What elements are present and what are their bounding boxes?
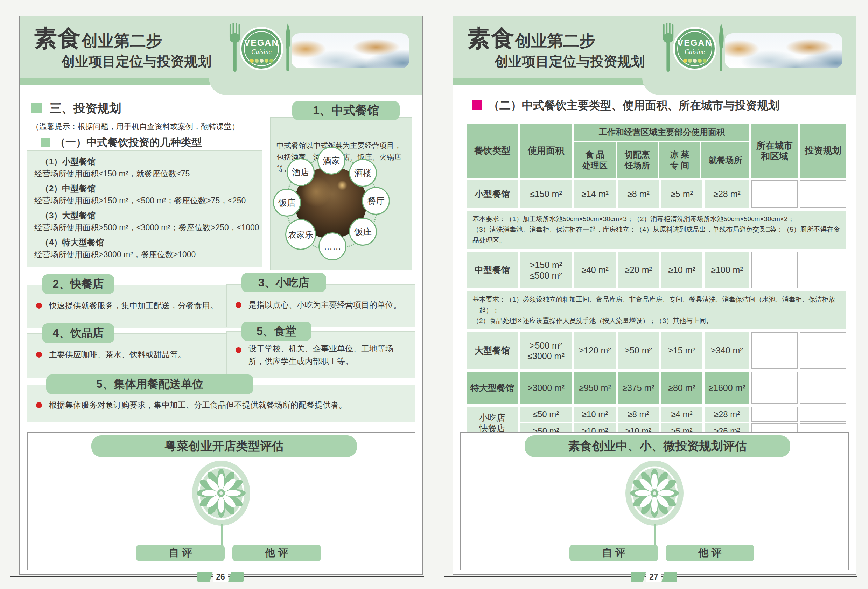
cell-value: ≥15 m² [661, 332, 703, 369]
cell-city-blank[interactable] [751, 180, 798, 208]
table-subrow: ≤50 m² ≥10 m² ≥8 m² ≥4 m² ≥28 m² [520, 407, 846, 422]
peer-eval-label: 他 评 [232, 545, 321, 561]
cell-value: ≥120 m² [574, 332, 616, 369]
page-subtitle: 创业项目定位与投资规划 [495, 52, 645, 71]
cell-type: 大型餐馆 [467, 332, 518, 369]
bubble-fanzhuang: 饭庄 [349, 218, 377, 246]
cell-type: 小型餐馆 [467, 180, 518, 208]
cell-invest-blank[interactable] [800, 252, 846, 288]
rosette-flower-icon [625, 460, 684, 526]
red-dot-icon [236, 302, 242, 308]
value: ≤500 m² [530, 270, 562, 280]
subsection-title: （一）中式餐饮投资的几种类型 [55, 136, 202, 150]
card-drinkshop-title: 4、饮品店 [42, 323, 114, 343]
col-header-area: 使用面积 [520, 124, 572, 178]
cell-city-blank[interactable] [751, 372, 798, 404]
cell-invest-blank[interactable] [800, 372, 846, 404]
cell-value: ≥80 m² [661, 372, 703, 404]
cell-value: ≥20 m² [618, 252, 659, 288]
cell-invest-blank[interactable] [800, 332, 846, 369]
mountain-landscape-image [292, 33, 409, 68]
cell-city-blank[interactable] [751, 407, 798, 422]
restaurant-type-item: （4）特大型餐馆 经营场所使用面积>3000 m²，餐座位数>1000 [27, 237, 262, 260]
group-subheaders: 食 品处理区 切配烹饪场所 凉 菜专 间 就餐场所 [574, 142, 749, 178]
page-number: 26 [213, 571, 228, 582]
evaluation-title: 粤菜创业开店类型评估 [92, 435, 357, 457]
bubble-fandian: 饭店 [273, 189, 301, 217]
cell-city-blank[interactable] [751, 252, 798, 288]
cell-value: ≥40 m² [574, 252, 616, 288]
cell-value: ≥14 m² [574, 180, 616, 208]
title-rest: 创业第二步 [81, 31, 162, 50]
cell-value: ≥50 m² [618, 332, 659, 369]
cell-value: ≥10 m² [661, 252, 703, 288]
header-step-shape [209, 78, 422, 95]
table-note-small: 基本要求：（1）加工场所水池50cm×50cm×30cm×3；（2）消毒柜清洗消… [467, 211, 846, 249]
col-header-type: 餐饮类型 [467, 124, 518, 178]
col-header-investment: 投资规划 [800, 124, 846, 178]
red-dot-icon [36, 402, 42, 408]
red-dot-icon [36, 352, 42, 358]
document-canvas: 素食创业第二步 创业项目定位与投资规划 VEGAN Cuisine [0, 0, 868, 589]
type-name: （1）小型餐馆 [41, 156, 262, 167]
self-eval-label: 自 评 [136, 545, 225, 561]
restaurant-type-item: （3）大型餐馆 经营场所使用面积>500 m²，≤3000 m²；餐座位数>25… [27, 210, 262, 233]
header-banner: 素食创业第二步 创业项目定位与投资规划 VEGAN Cuisine [453, 16, 856, 78]
chinese-restaurant-title: 1、中式餐馆 [292, 101, 400, 120]
evaluation-title: 素食创业中、小、微投资规划评估 [525, 435, 790, 457]
section-hint: （温馨提示：根据问题，用手机自查资料或案例，翻转课堂） [31, 121, 239, 132]
page-right: 素食创业第二步 创业项目定位与投资规划 VEGAN Cuisine [453, 16, 856, 575]
note-line: （3）清洗消毒池、消毒柜、保洁柜在一起，库房独立；（4）从原料进到成品出，单线布… [472, 224, 841, 246]
note-line: 基本要求：（1）加工场所水池50cm×50cm×30cm×3；（2）消毒柜清洗消… [472, 214, 841, 224]
cell-city-blank[interactable] [751, 332, 798, 369]
section-bullet-magenta-icon [472, 100, 482, 110]
label: 就餐场所 [709, 155, 743, 165]
cell-value: ≥100 m² [704, 252, 749, 288]
card-desc: 根据集体服务对象订购要求，集中加工、分工食品但不提供就餐场所的配餐提供者。 [49, 399, 347, 411]
cell-area: ≤50 m² [520, 407, 572, 422]
restaurant-type-item: （1）小型餐馆 经营场所使用面积≤150 m²，就餐座位数≤75 [27, 156, 262, 179]
label: 凉 菜 [670, 149, 689, 160]
cell-value: ≥28 m² [704, 180, 749, 208]
col-header-dining-area: 就餐场所 [700, 142, 749, 178]
group-title: 工作和经营区域主要部分使用面积 [574, 124, 749, 142]
cell-area: ≤150 m² [520, 180, 572, 208]
cell-invest-blank[interactable] [800, 180, 846, 208]
type-desc: 经营场所使用面积>150 m²，≤500 m²；餐座位数>75，≤250 [34, 195, 262, 206]
type-name: （4）特大型餐馆 [41, 237, 262, 248]
cell-type: 中型餐馆 [467, 252, 518, 288]
table-row-large: 大型餐馆 >500 m²≤3000 m² ≥120 m² ≥50 m² ≥15 … [467, 332, 846, 369]
investment-table: 餐饮类型 使用面积 工作和经营区域主要部分使用面积 食 品处理区 切配烹饪场所 … [467, 124, 846, 439]
cell-value: ≥8 m² [618, 180, 659, 208]
bubble-jiulou: 酒楼 [349, 159, 377, 187]
cell-value: ≥950 m² [574, 372, 616, 404]
bubble-canting: 餐厅 [362, 187, 390, 215]
table-row-extra-large: 特大型餐馆 >3000 m² ≥950 m² ≥375 m² ≥80 m² ≥1… [467, 372, 846, 404]
card-desc: 设于学校、机关、企事业单位、工地等场所，供应学生或内部职工等。 [248, 342, 406, 368]
title-main: 素食 [467, 25, 515, 51]
page-subtitle: 创业项目定位与投资规划 [61, 52, 211, 71]
cell-invest-blank[interactable] [800, 407, 846, 422]
page-left: 素食创业第二步 创业项目定位与投资规划 VEGAN Cuisine [19, 16, 423, 575]
value: ≤3000 m² [527, 351, 564, 361]
type-desc: 经营场所使用面积≤150 m²，就餐座位数≤75 [34, 168, 262, 179]
cell-value: ≥375 m² [618, 372, 659, 404]
value: >150 m² [530, 260, 562, 270]
card-canteen-title: 5、食堂 [242, 322, 311, 341]
note-line: （2）食品处理区还应设置操作人员洗手池（按人流量增设）；（3）其他与上同。 [472, 316, 841, 326]
card-desc: 主要供应咖啡、茶水、饮料或甜品等。 [49, 348, 186, 361]
col-header-city: 所在城市和区域 [751, 124, 798, 178]
table-row-small: 小型餐馆 ≤150 m² ≥14 m² ≥8 m² ≥5 m² ≥28 m² [467, 180, 846, 208]
evaluation-box: 素食创业中、小、微投资规划评估 [460, 432, 849, 570]
cell-value: ≥5 m² [661, 180, 703, 208]
header-banner: 素食创业第二步 创业项目定位与投资规划 VEGAN Cuisine [20, 16, 422, 78]
label: 切配烹 [625, 149, 650, 160]
label: 和区域 [761, 151, 788, 161]
badge-dots-icon [675, 59, 715, 63]
card-group-meal-title: 5、集体用餐配送单位 [46, 375, 253, 394]
label: 专 间 [670, 160, 689, 171]
knife-icon [716, 24, 726, 72]
card-fastfood-title: 2、快餐店 [42, 275, 114, 294]
mountain-landscape-image [725, 33, 843, 68]
section-bullet-icon [31, 103, 42, 114]
